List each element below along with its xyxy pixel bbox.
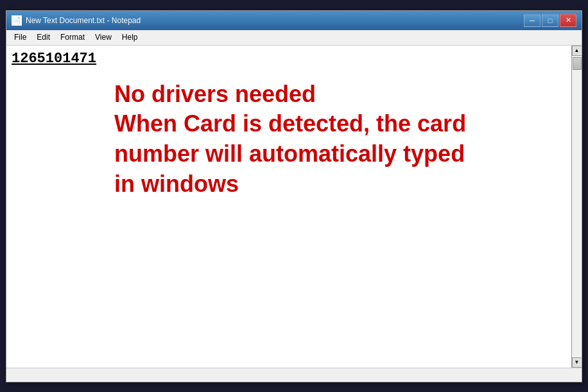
menu-edit[interactable]: Edit <box>31 31 55 43</box>
notepad-window: 📄 New Text Document.txt - Notepad ─ □ ✕ … <box>6 10 582 382</box>
window-title: New Text Document.txt - Notepad <box>26 16 141 25</box>
window-controls: ─ □ ✕ <box>524 14 576 27</box>
minimize-button[interactable]: ─ <box>524 14 540 27</box>
status-bar <box>6 368 582 382</box>
message-line3: number will automatically typed <box>114 139 566 169</box>
menu-file[interactable]: File <box>9 31 31 43</box>
scroll-up-arrow[interactable]: ▲ <box>572 46 582 56</box>
menu-help[interactable]: Help <box>117 31 143 43</box>
title-bar-left: 📄 New Text Document.txt - Notepad <box>12 15 141 26</box>
menu-view[interactable]: View <box>90 31 117 43</box>
message-line2: When Card is detected, the card <box>114 109 566 139</box>
card-number: 1265101471 <box>12 51 566 67</box>
scroll-thumb[interactable] <box>573 57 582 70</box>
app-icon: 📄 <box>12 15 22 26</box>
message-line4: in windows <box>114 169 566 200</box>
menu-format[interactable]: Format <box>55 31 90 43</box>
editor-area: 1265101471 No drivers needed When Card i… <box>6 46 582 368</box>
menu-bar: File Edit Format View Help <box>6 30 582 46</box>
text-content[interactable]: 1265101471 No drivers needed When Card i… <box>6 46 571 368</box>
title-bar: 📄 New Text Document.txt - Notepad ─ □ ✕ <box>6 11 582 30</box>
message-line1: No drivers needed <box>114 80 566 110</box>
message-block: No drivers needed When Card is detected,… <box>114 80 566 200</box>
vertical-scrollbar[interactable]: ▲ ▼ <box>571 46 582 368</box>
close-button[interactable]: ✕ <box>560 14 576 27</box>
maximize-button[interactable]: □ <box>542 14 558 27</box>
scroll-down-arrow[interactable]: ▼ <box>572 357 582 368</box>
